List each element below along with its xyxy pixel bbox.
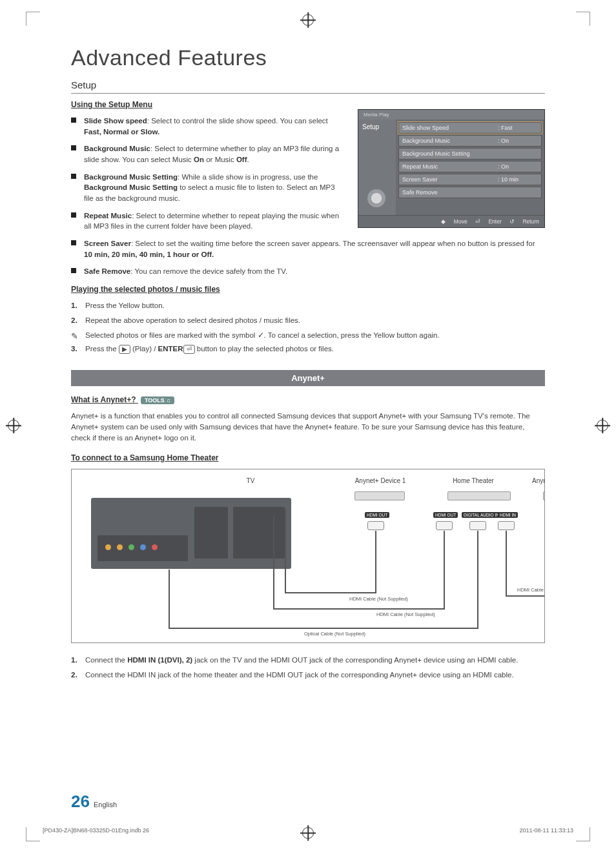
t: Connect the [85,656,127,664]
on: On [194,156,204,163]
osd-brand: Media Play [358,110,544,119]
crop-mark [26,12,40,26]
label: Screen Saver [84,240,131,247]
subheading-what-is-anynet: What is Anynet+? TOOLS ♫ [71,395,545,404]
text: : Select to set the waiting time before … [131,240,535,247]
footer-right: 2011-08-11 11:33:13 [519,827,573,834]
options: 10 min, 20 min, 40 min, 1 hour or Off. [84,251,214,258]
osd-val [495,149,541,159]
label: Slide Show speed [84,117,147,125]
osd-key: Repeat Music [399,161,495,172]
osd-val: : Fast [495,123,541,133]
cable [444,531,445,608]
page-num-value: 26 [71,792,90,811]
osd-key: Background Music Setting [399,149,495,159]
registration-mark [302,14,314,26]
osd-row[interactable]: Screen Saver: 10 min [398,174,542,185]
cable [477,531,478,629]
cable [273,608,445,610]
footer-left: [PD430-ZA]BN68-03325D-01Eng.indb 26 [43,827,149,834]
options: Fast, Normal or Slow. [84,128,159,136]
osd-row-selected[interactable]: Slide show Speed: Fast [398,122,542,134]
cable [169,628,477,629]
cable [375,531,376,593]
port-dot [105,544,111,550]
q: What is Anynet+? [71,395,136,404]
end: . [247,156,249,163]
cable-label-hdmi: HDMI Cable (Not Supplied) [517,587,545,593]
page-lang: English [94,801,117,808]
osd-key: Background Music [399,136,495,146]
conn-step-1: Connect the HDMI IN (1(DVI), 2) jack on … [71,655,545,666]
osd-hint-return: ↺ Return [509,218,539,225]
subheading-setup-menu: Using the Setup Menu [71,100,545,109]
port-label-digital-audio-in: DIGITAL AUDIO IN [462,512,501,518]
diagram-label-device23: Anynet+ Device 2, 3 [516,477,545,484]
ref: Background Music Setting [84,183,178,191]
bullet-repeat-music: Repeat Music: Select to determine whethe… [71,211,342,232]
off: Off [236,156,247,163]
cable-label-hdmi: HDMI Cable (Not Supplied) [376,611,435,617]
osd-setup-panel: Media Play Setup Slide show Speed: Fast … [358,109,545,228]
port-dot [128,544,134,550]
osd-row[interactable]: Background Music: On [398,135,542,147]
port-dot [140,544,146,550]
mid: or Music [204,156,236,163]
osd-key: Slide show Speed [399,123,495,133]
osd-row[interactable]: Repeat Music: On [398,161,542,172]
osd-hint-enter: ⏎ Enter [475,218,502,225]
bullet-screen-saver: Screen Saver: Select to set the waiting … [71,238,536,260]
diagram-label-home-theater: Home Theater [435,477,512,484]
section-bar-anynet: Anynet+ [71,370,545,386]
tv-back-panel [91,498,291,569]
bullet-background-music: Background Music: Select to determine wh… [71,143,342,165]
registration-mark [8,420,19,431]
setup-bullets: Slide Show speed: Select to control the … [71,116,342,232]
osd-val [495,187,541,198]
content: Advanced Features Setup Using the Setup … [43,45,573,681]
chapter-title: Advanced Features [71,45,545,70]
note-text: Selected photos or files are marked with… [85,331,440,339]
section-title: Setup [71,79,545,94]
subheading-playing-files: Playing the selected photos / music file… [71,285,545,294]
osd-val: : 10 min [495,174,541,185]
osd-val: : On [495,161,541,172]
enter-label: ENTER [158,345,183,353]
port-label-hdmi-out: HDMI OUT [433,512,458,518]
connection-steps: Connect the HDMI IN (1(DVI), 2) jack on … [71,655,545,681]
text: : You can remove the device safely from … [130,267,287,275]
osd-row[interactable]: Background Music Setting [398,148,542,159]
connection-diagram: TV Anynet+ Device 1 Home Theater Anynet+… [71,469,545,643]
enter-icon: ⏎ [183,345,195,354]
label: Safe Remove [84,267,130,275]
cable [506,531,507,595]
bullet-safe-remove: Safe Remove: You can remove the device s… [71,266,536,277]
play-steps: Press the Yellow button. Repeat the abov… [71,300,545,327]
t: jack on the TV and the HDMI OUT jack of … [192,656,518,664]
osd-hint-move: ◆ Move [441,218,467,225]
tv-port-group [194,507,228,559]
port-icon [367,521,384,530]
port-icon [469,521,486,530]
osd-rows: Slide show Speed: Fast Background Music:… [396,119,544,215]
t: Press the [85,345,119,353]
page-number: 26English [71,792,117,812]
cable [285,508,286,592]
jack: HDMI IN (1(DVI), 2) [127,656,192,664]
port-icon [436,521,453,530]
device-box-ht [447,491,511,500]
note-icon: ✎ [71,331,78,341]
step-2: Repeat the above operation to select des… [71,315,545,326]
setup-bullets-full: Screen Saver: Select to set the waiting … [71,238,545,277]
crop-mark [576,827,590,841]
osd-side-label: Setup [362,123,392,130]
osd-row[interactable]: Safe Remove [398,187,542,198]
osd-footer: ◆ Move ⏎ Enter ↺ Return [358,215,544,227]
step-note: ✎ Selected photos or files are marked wi… [71,331,545,340]
text: : While a slide show is in progress, use… [178,173,318,181]
crop-mark [26,827,40,841]
label: Repeat Music [84,212,132,220]
anynet-desc: Anynet+ is a function that enables you t… [71,411,545,444]
cable [285,592,376,593]
osd-key: Screen Saver [399,174,495,185]
